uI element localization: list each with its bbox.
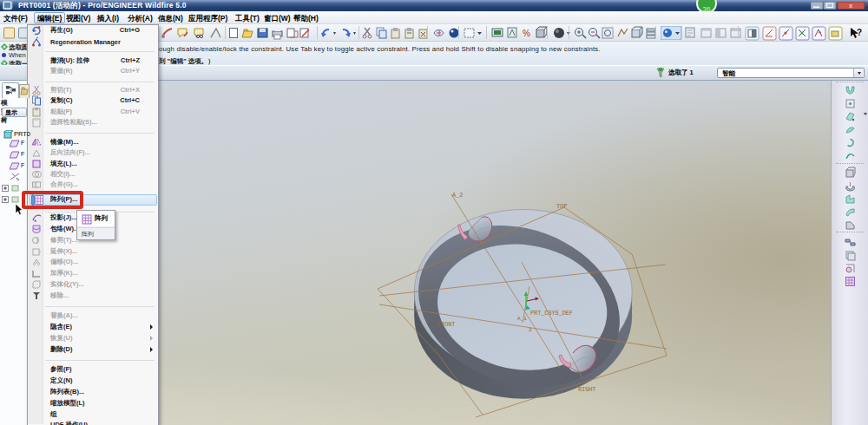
svg-text:PRT_CSYS_DEF: PRT_CSYS_DEF <box>530 310 573 317</box>
svg-text:%: % <box>523 29 530 38</box>
svg-text:?: ? <box>857 28 862 37</box>
svg-text:A_2: A_2 <box>452 192 463 199</box>
svg-text:A_1: A_1 <box>517 316 527 322</box>
svg-text:TOP: TOP <box>556 203 567 210</box>
svg-text:RIGHT: RIGHT <box>578 386 595 393</box>
svg-text:2: 2 <box>529 327 532 333</box>
svg-text:x: x <box>849 2 852 10</box>
svg-text:FRONT: FRONT <box>437 321 455 328</box>
